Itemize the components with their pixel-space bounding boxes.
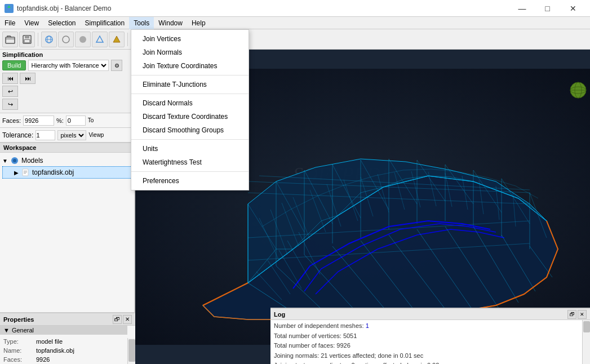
prop-type-label: Type: xyxy=(3,338,32,345)
step-controls: ⏮ ⏭ xyxy=(2,73,132,84)
log-controls: 🗗 ✕ xyxy=(567,310,587,319)
percent-input[interactable] xyxy=(66,116,86,126)
prop-section-label: General xyxy=(12,327,34,334)
menu-join-texture-coords[interactable]: Join Texture Coordinates xyxy=(131,59,249,73)
total-label: To xyxy=(88,117,94,123)
globe-helper[interactable] xyxy=(570,82,586,98)
maximize-button[interactable]: □ xyxy=(535,0,560,17)
step-back2-button[interactable]: ↩ xyxy=(2,86,18,97)
step-controls3: ↪ xyxy=(2,99,132,110)
tolerance-unit-select[interactable]: pixels mm xyxy=(57,130,86,140)
svg-marker-1 xyxy=(7,5,11,8)
svg-rect-19 xyxy=(24,172,27,172)
properties-header: Properties 🗗 ✕ xyxy=(0,313,135,326)
left-panel: Simplification Build Hierarchy with Tole… xyxy=(0,50,135,364)
prop-faces-value: 9926 xyxy=(36,356,50,363)
menu-discard-normals[interactable]: Discard Normals xyxy=(131,96,249,110)
tools-dropdown-menu: Join Vertices Join Normals Join Texture … xyxy=(131,29,249,190)
properties-scrollbar[interactable] xyxy=(127,338,135,364)
step-forward-button[interactable]: ⏭ xyxy=(20,73,36,84)
workspace-section: Workspace ▼ Models ▶ xyxy=(0,143,134,181)
menu-tools[interactable]: Tools xyxy=(129,17,154,29)
prop-faces-label: Faces: xyxy=(3,356,32,363)
menu-watertightness-test[interactable]: Watertightness Test xyxy=(131,156,249,169)
prop-section-arrow: ▼ xyxy=(3,327,10,334)
models-icon xyxy=(10,156,19,165)
step-controls2: ↩ xyxy=(2,86,132,97)
menu-eliminate-t-junctions[interactable]: Eliminate T-Junctions xyxy=(131,78,249,91)
svg-point-10 xyxy=(79,36,86,43)
settings-button[interactable]: ⚙ xyxy=(111,60,122,71)
window-controls: — □ ✕ xyxy=(509,0,585,17)
menu-discard-texture-coords[interactable]: Discard Texture Coordinates xyxy=(131,110,249,123)
log-label: Log xyxy=(274,311,285,318)
tree-label-models: Models xyxy=(21,157,43,165)
prop-row-faces: Faces: 9926 xyxy=(0,355,127,364)
log-scrollbar[interactable] xyxy=(582,320,590,364)
menu-file[interactable]: File xyxy=(0,17,20,29)
log-line-5: Joining texture coordinates: 0 vertices … xyxy=(274,361,587,364)
properties-content: ▼ General Type: model file Name: topfand… xyxy=(0,326,127,364)
tree-item-file[interactable]: ▶ topfandisk.obj xyxy=(2,166,132,179)
tolerance-input[interactable] xyxy=(36,130,55,140)
prop-section-general: ▼ General xyxy=(0,326,127,335)
menu-selection[interactable]: Selection xyxy=(43,17,80,29)
menu-help[interactable]: Help xyxy=(187,17,210,29)
menu-join-vertices[interactable]: Join Vertices xyxy=(131,32,249,46)
menu-window[interactable]: Window xyxy=(154,17,187,29)
close-button[interactable]: ✕ xyxy=(560,0,585,17)
toolbar xyxy=(0,29,590,50)
tree-label-file: topfandisk.obj xyxy=(32,168,74,176)
file-icon xyxy=(21,168,30,177)
svg-point-16 xyxy=(13,159,16,162)
dropdown-sep-4 xyxy=(131,171,249,172)
prop-row-name: Name: topfandisk.obj xyxy=(0,346,127,355)
log-scroll-thumb[interactable] xyxy=(583,321,590,332)
properties-panel: Properties 🗗 ✕ ▼ General Type: xyxy=(0,312,135,364)
hierarchy-select[interactable]: Hierarchy with Tolerance Fixed Reduction… xyxy=(28,60,109,71)
log-close-button[interactable]: ✕ xyxy=(578,310,587,319)
build-button[interactable]: Build xyxy=(2,60,26,70)
properties-close-button[interactable]: ✕ xyxy=(123,315,132,324)
properties-restore-button[interactable]: 🗗 xyxy=(113,315,122,324)
properties-controls: 🗗 ✕ xyxy=(113,315,132,324)
step-back-button[interactable]: ⏮ xyxy=(2,73,18,84)
tolerance-row: Tolerance: pixels mm Viewp xyxy=(0,128,134,143)
faces-label: Faces: xyxy=(2,117,21,124)
properties-label: Properties xyxy=(3,316,34,323)
menu-discard-smoothing-groups[interactable]: Discard Smoothing Groups xyxy=(131,123,249,137)
prop-row-type: Type: model file xyxy=(0,337,127,346)
prop-name-value: topfandisk.obj xyxy=(36,347,74,354)
save-button[interactable] xyxy=(19,32,35,47)
open-button[interactable] xyxy=(2,32,18,47)
menu-bar: File View Selection Simplification Tools… xyxy=(0,17,590,29)
render-button[interactable] xyxy=(75,32,91,47)
menu-join-normals[interactable]: Join Normals xyxy=(131,46,249,59)
dropdown-sep-1 xyxy=(131,75,249,76)
svg-rect-2 xyxy=(6,37,15,43)
app-icon xyxy=(5,4,14,13)
svg-rect-5 xyxy=(24,39,30,43)
sphere-button[interactable] xyxy=(41,32,57,47)
workspace-header: Workspace xyxy=(0,143,134,153)
menu-simplification[interactable]: Simplification xyxy=(81,17,130,29)
menu-units[interactable]: Units xyxy=(131,142,249,156)
shape-button1[interactable] xyxy=(92,32,108,47)
log-highlight-1: 1 xyxy=(366,322,369,329)
simplification-controls: Build Hierarchy with Tolerance Fixed Red… xyxy=(2,60,132,71)
svg-rect-20 xyxy=(24,173,26,174)
faces-input[interactable] xyxy=(23,116,54,126)
dropdown-sep-3 xyxy=(131,139,249,140)
properties-scroll-thumb[interactable] xyxy=(128,339,135,362)
dropdown-sep-2 xyxy=(131,94,249,94)
menu-preferences[interactable]: Preferences xyxy=(131,174,249,188)
simplification-section: Simplification Build Hierarchy with Tole… xyxy=(0,50,134,113)
svg-rect-18 xyxy=(24,171,27,171)
shape-button2[interactable] xyxy=(109,32,125,47)
minimize-button[interactable]: — xyxy=(509,0,535,17)
log-restore-button[interactable]: 🗗 xyxy=(567,310,576,319)
step-fwd2-button[interactable]: ↪ xyxy=(2,99,18,110)
menu-view[interactable]: View xyxy=(20,17,43,29)
tree-item-models[interactable]: ▼ Models xyxy=(2,155,132,166)
wireframe-button[interactable] xyxy=(58,32,74,47)
